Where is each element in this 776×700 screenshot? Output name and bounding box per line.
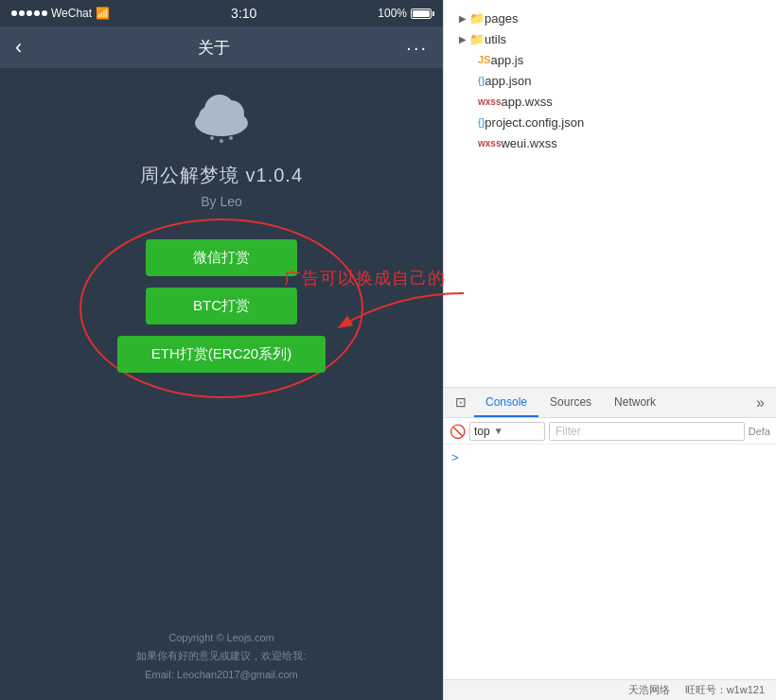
stop-icon[interactable]: 🚫 <box>450 424 466 439</box>
more-button[interactable]: ··· <box>406 37 428 59</box>
svg-point-5 <box>220 139 223 143</box>
file-label: app.wxss <box>501 95 552 109</box>
file-label: app.js <box>490 53 523 67</box>
wxss-file-icon: wxss <box>478 138 501 149</box>
devtools-toolbar: 🚫 top ▼ Defa <box>444 418 776 445</box>
devtools-cursor-icon[interactable]: ⊡ <box>448 388 474 417</box>
signal-dots <box>11 10 47 16</box>
ide-statusbar: 天浩网络 旺旺号：w1w121 <box>444 679 776 700</box>
file-item-projectconfig[interactable]: {} project.config.json <box>444 112 776 132</box>
footer-line1: Copyright © Leojs.com <box>15 629 428 648</box>
signal-dot-3 <box>26 10 32 16</box>
context-value: top <box>474 425 490 438</box>
tab-sources[interactable]: Sources <box>538 388 603 417</box>
app-title: 周公解梦境 v1.0.4 <box>140 163 303 188</box>
right-panel: ▶ 📁 pages ▶ 📁 utils JS app.js {} app.jso… <box>443 0 776 700</box>
folder-icon: 📁 <box>469 11 485 26</box>
select-arrow-icon: ▼ <box>494 426 503 436</box>
context-selector[interactable]: top ▼ <box>469 422 545 441</box>
js-file-icon: JS <box>478 54 490 65</box>
company-label: 天浩网络 <box>628 683 670 697</box>
file-label: project.config.json <box>485 115 584 130</box>
arrow-icon: ▶ <box>459 34 467 44</box>
page-title: 关于 <box>198 37 230 59</box>
tab-console[interactable]: Console <box>474 388 538 417</box>
defa-label: Defa <box>749 426 770 437</box>
signal-dot-5 <box>42 10 47 16</box>
devtools-console: > <box>444 445 776 679</box>
signal-dot-4 <box>34 10 40 16</box>
devtools-panel: ⊡ Console Sources Network » 🚫 top ▼ Defa… <box>444 388 776 679</box>
layout-wrapper: WeChat 📶 3:10 100% ‹ 关于 ··· <box>0 0 776 700</box>
file-label: pages <box>485 11 518 26</box>
filter-input[interactable] <box>549 422 745 441</box>
file-item-appwxss[interactable]: wxss app.wxss <box>444 91 776 112</box>
file-label: weui.wxss <box>501 136 556 150</box>
wechat-tip-button[interactable]: 微信打赏 <box>146 239 297 276</box>
battery-fill <box>413 10 430 17</box>
file-item-weuiwxss[interactable]: wxss weui.wxss <box>444 132 776 153</box>
devtools-tabs: ⊡ Console Sources Network » <box>444 388 776 418</box>
svg-point-3 <box>204 95 235 125</box>
file-item-utils[interactable]: ▶ 📁 utils <box>444 28 776 49</box>
file-tree: ▶ 📁 pages ▶ 📁 utils JS app.js {} app.jso… <box>444 0 776 388</box>
status-bar: WeChat 📶 3:10 100% <box>0 0 443 26</box>
button-area: 微信打赏 BTC打赏 ETH打赏(ERC20系列) <box>89 239 354 373</box>
nav-bar: ‹ 关于 ··· <box>0 26 443 68</box>
mobile-content: 周公解梦境 v1.0.4 By Leo 微信打赏 BTC打赏 ETH打赏(ERC… <box>0 68 443 614</box>
devtools-more-button[interactable]: » <box>749 388 772 417</box>
status-time: 3:10 <box>231 6 256 21</box>
carrier-label: WeChat <box>51 7 92 20</box>
svg-point-6 <box>229 136 233 140</box>
file-item-appjson[interactable]: {} app.json <box>444 70 776 91</box>
battery-pct: 100% <box>378 7 407 20</box>
tab-network[interactable]: Network <box>603 388 667 417</box>
signal-dot-2 <box>19 10 25 16</box>
mobile-panel: WeChat 📶 3:10 100% ‹ 关于 ··· <box>0 0 443 700</box>
eth-tip-button[interactable]: ETH打赏(ERC20系列) <box>117 336 326 373</box>
footer-line3: Email: Leochan2017@gmail.com <box>15 666 428 685</box>
btc-tip-button[interactable]: BTC打赏 <box>146 288 297 324</box>
json-file-icon: {} <box>478 75 485 86</box>
file-label: app.json <box>485 74 531 88</box>
svg-point-4 <box>210 136 214 140</box>
mobile-footer: Copyright © Leojs.com 如果你有好的意见或建议，欢迎给我: … <box>0 614 443 700</box>
file-item-pages[interactable]: ▶ 📁 pages <box>444 8 776 28</box>
file-item-appjs[interactable]: JS app.js <box>444 49 776 70</box>
file-label: utils <box>485 32 506 46</box>
signal-dot-1 <box>11 10 17 16</box>
back-button[interactable]: ‹ <box>15 35 22 60</box>
footer-line2: 如果你有好的意见或建议，欢迎给我: <box>15 647 428 666</box>
cloud-container <box>184 87 259 148</box>
status-right: 100% <box>378 7 432 20</box>
app-author: By Leo <box>201 194 242 209</box>
wxss-file-icon: wxss <box>478 96 501 107</box>
status-left: WeChat 📶 <box>11 7 110 20</box>
wangwang-label: 旺旺号：w1w121 <box>685 683 765 697</box>
folder-icon: 📁 <box>469 32 485 46</box>
cloud-icon <box>184 87 259 144</box>
arrow-icon: ▶ <box>459 13 467 24</box>
battery-icon <box>411 9 432 19</box>
console-prompt[interactable]: > <box>451 450 459 464</box>
json-file-icon: {} <box>478 116 485 128</box>
wifi-icon: 📶 <box>96 7 110 20</box>
